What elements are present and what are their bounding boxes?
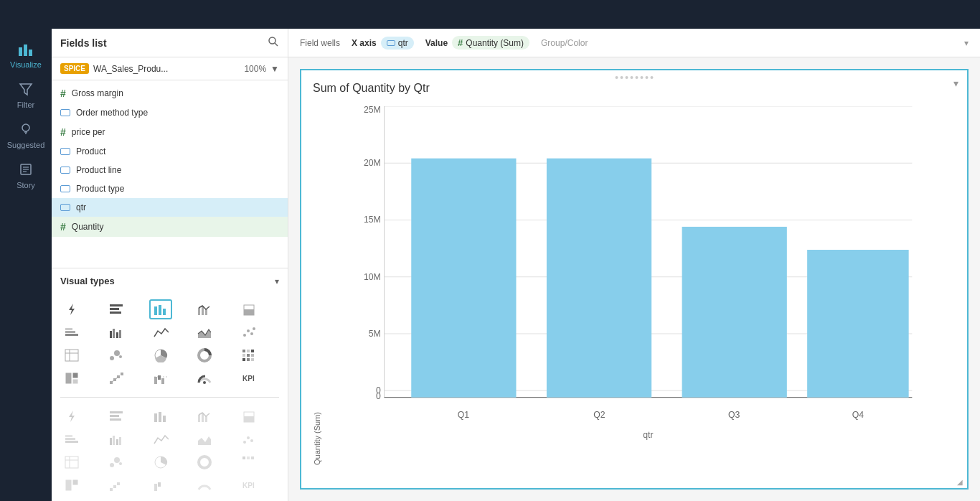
line-chart-icon-2[interactable] xyxy=(149,429,172,449)
horizontal-bar-icon[interactable] xyxy=(105,299,128,319)
field-item-product-type[interactable]: Product type xyxy=(52,179,288,198)
x-axis-tag[interactable]: qtr xyxy=(381,37,414,50)
dataset-name: WA_Sales_Produ... xyxy=(93,64,240,74)
scatter-icon[interactable] xyxy=(105,345,128,365)
combo-chart-icon-2[interactable] xyxy=(193,406,216,426)
svg-text:0: 0 xyxy=(376,385,381,395)
svg-point-42 xyxy=(119,355,122,358)
field-item-order-method[interactable]: Order method type xyxy=(52,103,288,122)
single-bar-icon[interactable] xyxy=(237,299,260,319)
waterfall2-icon-2[interactable] xyxy=(149,475,172,495)
kpi-icon[interactable]: KPI xyxy=(237,368,260,388)
dimension-icon xyxy=(60,185,70,192)
donut-icon-2[interactable] xyxy=(193,452,216,472)
sidebar-item-story[interactable]: Story xyxy=(0,155,52,195)
svg-rect-92 xyxy=(65,456,78,468)
svg-rect-27 xyxy=(65,328,72,330)
scatter-small-icon[interactable] xyxy=(237,322,260,342)
svg-line-12 xyxy=(275,43,278,46)
svg-rect-80 xyxy=(244,416,254,422)
visual-types-header[interactable]: Visual types ▾ xyxy=(52,268,288,294)
svg-text:Q1: Q1 xyxy=(458,410,470,420)
measure-icon: # xyxy=(60,126,66,138)
chevron-down-icon[interactable]: ▾ xyxy=(964,38,969,48)
pie-chart-icon-2[interactable] xyxy=(149,452,172,472)
dimension-icon xyxy=(60,167,70,174)
pie-chart-icon[interactable] xyxy=(149,345,172,365)
dimension-icon xyxy=(60,204,70,211)
line-chart-icon[interactable] xyxy=(149,322,172,342)
grouped-bar-icon-2[interactable] xyxy=(105,429,128,449)
svg-rect-86 xyxy=(116,439,118,445)
svg-rect-54 xyxy=(65,373,72,384)
search-icon[interactable] xyxy=(268,36,279,50)
field-item-gross-margin[interactable]: # Gross margin xyxy=(52,83,288,103)
svg-rect-82 xyxy=(65,438,75,440)
svg-rect-1 xyxy=(24,45,27,56)
sidebar-item-suggested[interactable]: Suggested xyxy=(0,115,52,155)
stacked-bar-icon-2[interactable] xyxy=(60,429,83,449)
filter-icon xyxy=(17,80,34,98)
treemap-icon[interactable] xyxy=(60,368,83,388)
field-item-price-per[interactable]: # price per xyxy=(52,122,288,142)
svg-text:5M: 5M xyxy=(369,329,381,339)
bolt-chart-icon[interactable] xyxy=(60,299,83,319)
grouped-bar-icon[interactable] xyxy=(105,322,128,342)
horizontal-bar-icon-2[interactable] xyxy=(105,406,128,426)
waterfall-icon-2[interactable] xyxy=(105,475,128,495)
scatter-small-icon-2[interactable] xyxy=(237,429,260,449)
svg-rect-103 xyxy=(65,479,72,491)
svg-rect-52 xyxy=(247,358,250,361)
waterfall-icon[interactable] xyxy=(105,368,128,388)
heatmap-icon-2[interactable] xyxy=(237,452,260,472)
pivot-icon[interactable] xyxy=(60,345,83,365)
waterfall2-icon[interactable] xyxy=(149,368,172,388)
svg-rect-17 xyxy=(154,306,157,315)
gauge-icon-2[interactable] xyxy=(193,475,216,495)
scatter-icon-2[interactable] xyxy=(105,452,128,472)
heatmap-icon[interactable] xyxy=(237,345,260,365)
vertical-bar-icon[interactable] xyxy=(149,299,172,319)
bolt-chart-icon-2[interactable] xyxy=(60,406,83,426)
svg-rect-60 xyxy=(121,373,123,375)
svg-rect-64 xyxy=(158,375,161,380)
pivot-icon-2[interactable] xyxy=(60,452,83,472)
donut-icon[interactable] xyxy=(193,345,216,365)
field-item-product-line[interactable]: Product line xyxy=(52,161,288,179)
svg-text:Q2: Q2 xyxy=(593,410,606,420)
value-tag[interactable]: # Quantity (Sum) xyxy=(452,36,529,50)
kpi-icon-2[interactable]: KPI xyxy=(237,475,260,495)
svg-rect-71 xyxy=(110,415,119,417)
svg-point-89 xyxy=(243,441,246,444)
field-label: Order method type xyxy=(76,108,148,118)
field-label: price per xyxy=(72,127,105,137)
sidebar-item-visualize[interactable]: Visualize xyxy=(0,34,52,75)
chart-expand-icon[interactable]: ▾ xyxy=(953,78,958,89)
lightbulb-icon xyxy=(17,121,34,138)
combo-chart-icon[interactable] xyxy=(193,299,216,319)
svg-point-36 xyxy=(253,327,255,330)
svg-rect-57 xyxy=(110,381,113,384)
field-label: qtr xyxy=(76,202,86,212)
field-item-qtr[interactable]: qtr xyxy=(52,198,288,217)
field-item-quantity[interactable]: # Quantity xyxy=(52,217,288,237)
main-content: Field wells X axis qtr Value # Quantity … xyxy=(288,29,980,501)
field-item-product[interactable]: Product xyxy=(52,142,288,161)
chart-container: Sum of Quantity by Qtr ▾ Quantity (Sum) xyxy=(300,69,969,490)
vertical-bar-icon-2[interactable] xyxy=(149,406,172,426)
fields-header: Fields list xyxy=(52,29,288,57)
svg-rect-51 xyxy=(242,358,245,361)
area-chart-icon[interactable] xyxy=(193,322,216,342)
area-chart-icon-2[interactable] xyxy=(193,429,216,449)
chart-resize-handle[interactable]: ◢ xyxy=(957,478,964,485)
dimension-icon xyxy=(60,109,70,116)
gauge-icon[interactable] xyxy=(193,368,216,388)
svg-point-4 xyxy=(22,124,29,131)
treemap-icon-2[interactable] xyxy=(60,475,83,495)
sidebar-item-filter[interactable]: Filter xyxy=(0,75,52,115)
single-bar-icon-2[interactable] xyxy=(237,406,260,426)
dataset-selector[interactable]: SPICE WA_Sales_Produ... 100% ▼ xyxy=(52,57,288,80)
field-label: Gross margin xyxy=(72,88,123,98)
stacked-bar-icon[interactable] xyxy=(60,322,83,342)
visual-types-section: Visual types ▾ xyxy=(52,268,288,501)
